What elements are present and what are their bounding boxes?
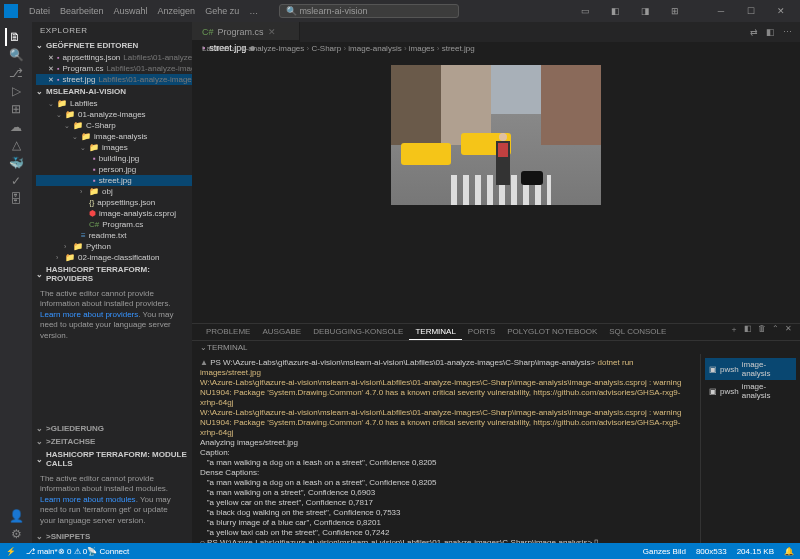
test-icon[interactable]: ✓ bbox=[7, 172, 25, 190]
maximize-button[interactable]: ☐ bbox=[736, 6, 766, 16]
split-terminal-icon[interactable]: ◧ bbox=[744, 324, 752, 340]
panel-tab-ports[interactable]: PORTS bbox=[462, 324, 501, 340]
compare-icon[interactable]: ⇄ bbox=[750, 27, 758, 37]
folder-item[interactable]: ⌄📁 01-analyze-images bbox=[36, 109, 192, 120]
toggle-panel-icon[interactable]: ▭ bbox=[570, 6, 600, 16]
terminal-task[interactable]: ▣ pwsh image-analysis bbox=[705, 380, 796, 402]
status-item[interactable]: ⎇ main* bbox=[26, 547, 58, 556]
files-icon[interactable]: 🗎 bbox=[5, 28, 23, 46]
breadcrumb-item[interactable]: images bbox=[409, 44, 442, 53]
bottom-panel: PROBLEMEAUSGABEDEBUGGING-KONSOLETERMINAL… bbox=[192, 323, 800, 543]
folder-item[interactable]: ›📁 obj bbox=[36, 186, 192, 197]
extensions-icon[interactable]: ⊞ bbox=[7, 100, 25, 118]
street-image bbox=[391, 65, 601, 205]
vscode-logo-icon bbox=[4, 4, 18, 18]
layout-controls: ▭ ◧ ◨ ⊞ bbox=[570, 6, 690, 16]
breadcrumb-item[interactable]: Labfiles bbox=[202, 44, 237, 53]
folder-item[interactable]: ⌄📁 images bbox=[36, 142, 192, 153]
file-item[interactable]: ⬢ image-analysis.csproj bbox=[36, 208, 192, 219]
modules-learn-link[interactable]: Learn more about modules bbox=[40, 495, 136, 504]
status-item[interactable]: 🔔 bbox=[784, 547, 794, 556]
maximize-panel-icon[interactable]: ⌃ bbox=[772, 324, 779, 340]
toggle-secondary-icon[interactable]: ◨ bbox=[630, 6, 660, 16]
open-editors-section[interactable]: GEÖFFNETE EDITOREN bbox=[32, 39, 192, 52]
split-icon[interactable]: ◧ bbox=[766, 27, 775, 37]
breadcrumb[interactable]: Labfiles01-analyze-imagesC-Sharpimage-an… bbox=[192, 42, 800, 55]
file-item[interactable]: ▪ building.jpg bbox=[36, 153, 192, 164]
menu-gehe zu[interactable]: Gehe zu bbox=[200, 6, 244, 16]
docker-icon[interactable]: 🐳 bbox=[7, 154, 25, 172]
file-item[interactable]: {} appsettings.json bbox=[36, 197, 192, 208]
panel-tab-polyglot notebook[interactable]: POLYGLOT NOTEBOOK bbox=[501, 324, 603, 340]
close-button[interactable]: ✕ bbox=[766, 6, 796, 16]
powershell-icon: ▣ bbox=[709, 365, 717, 374]
tf-providers-section[interactable]: HASHICORP TERRAFORM: PROVIDERS bbox=[32, 263, 192, 285]
account-icon[interactable]: 👤 bbox=[7, 507, 25, 525]
panel-tab-ausgabe[interactable]: AUSGABE bbox=[256, 324, 307, 340]
file-item[interactable]: ▪ person.jpg bbox=[36, 164, 192, 175]
remote-indicator[interactable]: ⚡ bbox=[6, 547, 16, 556]
file-item[interactable]: C# Program.cs bbox=[36, 219, 192, 230]
add-terminal-icon[interactable]: ＋ bbox=[730, 324, 738, 340]
file-item[interactable]: ▪ street.jpg bbox=[36, 175, 192, 186]
panel-tab-probleme[interactable]: PROBLEME bbox=[200, 324, 256, 340]
panel-tab-terminal[interactable]: TERMINAL bbox=[409, 324, 461, 340]
folder-item[interactable]: ⌄📁 image-analysis bbox=[36, 131, 192, 142]
breadcrumb-item[interactable]: street.jpg bbox=[442, 44, 475, 53]
outline-section[interactable]: > GLIEDERUNG bbox=[32, 422, 192, 435]
status-item[interactable]: ⊗ 0 ⚠ 0 bbox=[58, 547, 88, 556]
tf-modules-section[interactable]: HASHICORP TERRAFORM: MODULE CALLS bbox=[32, 448, 192, 470]
folder-item[interactable]: ⌄📁 C-Sharp bbox=[36, 120, 192, 131]
powershell-icon: ▣ bbox=[709, 387, 717, 396]
folder-item[interactable]: ›📁 02-image-classification bbox=[36, 252, 192, 263]
open-editor-item[interactable]: ✕▪street.jpg Labfiles\01-analyze-images\… bbox=[36, 74, 192, 85]
status-item[interactable]: 800x533 bbox=[696, 547, 727, 556]
open-editor-item[interactable]: ✕▪appsettings.json Labfiles\01-analyze-i… bbox=[36, 52, 192, 63]
close-panel-icon[interactable]: ✕ bbox=[785, 324, 792, 340]
terminal-label: TERMINAL bbox=[207, 343, 247, 352]
status-item[interactable]: 📡 Connect bbox=[87, 547, 129, 556]
panel-tab-sql console[interactable]: SQL CONSOLE bbox=[603, 324, 672, 340]
timeline-section[interactable]: > ZEITACHSE bbox=[32, 435, 192, 448]
terminal-output[interactable]: ▲ PS W:\Azure-Labs\git\azure-ai-vision\m… bbox=[192, 354, 700, 543]
gear-icon[interactable]: ⚙ bbox=[7, 525, 25, 543]
snippets-section[interactable]: > SNIPPETS bbox=[32, 530, 192, 543]
status-item[interactable]: Ganzes Bild bbox=[643, 547, 686, 556]
panel-tab-debugging-konsole[interactable]: DEBUGGING-KONSOLE bbox=[307, 324, 409, 340]
status-bar: ⚡ ⎇ main*⊗ 0 ⚠ 0📡 Connect Ganzes Bild800… bbox=[0, 543, 800, 559]
azure-icon[interactable]: △ bbox=[7, 136, 25, 154]
more-icon[interactable]: ⋯ bbox=[783, 27, 792, 37]
breadcrumb-item[interactable]: image-analysis bbox=[348, 44, 408, 53]
menu-bearbeiten[interactable]: Bearbeiten bbox=[55, 6, 109, 16]
panel-tabs: PROBLEMEAUSGABEDEBUGGING-KONSOLETERMINAL… bbox=[192, 324, 800, 341]
providers-learn-link[interactable]: Learn more about providers bbox=[40, 310, 138, 319]
menu-anzeigen[interactable]: Anzeigen bbox=[153, 6, 201, 16]
breadcrumb-item[interactable]: C-Sharp bbox=[311, 44, 348, 53]
folder-item[interactable]: ›📁 Python bbox=[36, 241, 192, 252]
customize-layout-icon[interactable]: ⊞ bbox=[660, 6, 690, 16]
remote-icon[interactable]: ☁ bbox=[7, 118, 25, 136]
explorer-sidebar: EXPLORER GEÖFFNETE EDITOREN ✕▪appsetting… bbox=[32, 22, 192, 543]
folder-item[interactable]: ⌄📁 Labfiles bbox=[36, 98, 192, 109]
search-icon[interactable]: 🔍 bbox=[7, 46, 25, 64]
menu-auswahl[interactable]: Auswahl bbox=[109, 6, 153, 16]
image-preview[interactable] bbox=[192, 55, 800, 323]
workspace-section[interactable]: MSLEARN-AI-VISION bbox=[32, 85, 192, 98]
explorer-title: EXPLORER bbox=[32, 22, 192, 39]
terminal-tasks: ▣ pwsh image-analysis▣ pwsh image-analys… bbox=[700, 354, 800, 543]
breadcrumb-item[interactable]: 01-analyze-images bbox=[237, 44, 312, 53]
kill-terminal-icon[interactable]: 🗑 bbox=[758, 324, 766, 340]
editor-tab[interactable]: C# Program.cs ✕ bbox=[192, 24, 300, 40]
menu-…[interactable]: … bbox=[244, 6, 263, 16]
git-icon[interactable]: ⎇ bbox=[7, 64, 25, 82]
db-icon[interactable]: 🗄 bbox=[7, 190, 25, 208]
status-item[interactable]: 204.15 KB bbox=[737, 547, 774, 556]
terminal-task[interactable]: ▣ pwsh image-analysis bbox=[705, 358, 796, 380]
file-item[interactable]: ≡ readme.txt bbox=[36, 230, 192, 241]
debug-icon[interactable]: ▷ bbox=[7, 82, 25, 100]
menu-datei[interactable]: Datei bbox=[24, 6, 55, 16]
minimize-button[interactable]: ─ bbox=[706, 6, 736, 16]
command-center-search[interactable]: 🔍 mslearn-ai-vision bbox=[279, 4, 459, 18]
toggle-sidebar-icon[interactable]: ◧ bbox=[600, 6, 630, 16]
open-editor-item[interactable]: ✕▪Program.cs Labfiles\01-analyze-images\… bbox=[36, 63, 192, 74]
